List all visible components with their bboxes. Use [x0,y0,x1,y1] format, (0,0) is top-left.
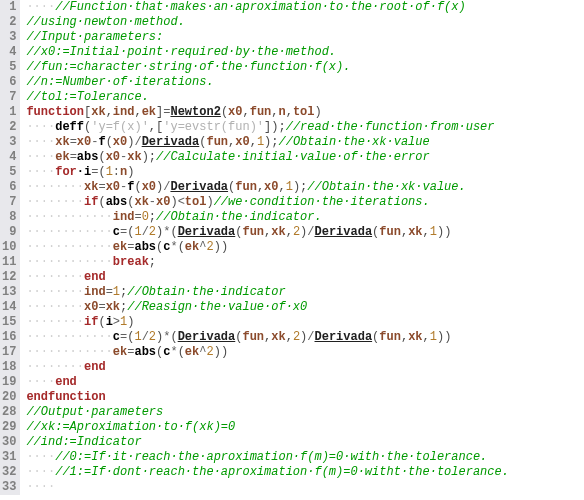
code-line[interactable]: ····ek=abs(x0-xk);//Calculate·initial·va… [26,150,509,165]
whitespace: ············ [26,225,112,239]
token-comment: //Reasign·the·value·of·x0 [127,300,307,314]
token-op: / [142,330,149,344]
token-kw: break [113,255,149,269]
line-number: 28 [2,405,16,420]
token-punct: ( [98,150,105,164]
token-punct: ) [170,195,177,209]
token-num: 2 [149,330,156,344]
line-number: 3 [2,30,16,45]
token-punct: ) [214,240,221,254]
code-line[interactable]: //fun:=character·string·of·the·function·… [26,60,509,75]
token-punct: ( [106,135,113,149]
token-punct: , [423,330,430,344]
token-punct: , [286,225,293,239]
line-number: 13 [2,285,16,300]
token-comment: //Obtain·the·indicator. [156,210,322,224]
token-comment: //Obtain·the·indicator [127,285,285,299]
code-line[interactable]: endfunction [26,390,509,405]
code-line[interactable]: ····//Function·that·makes·an·aproximatio… [26,0,509,15]
token-var: ek [185,240,199,254]
code-line[interactable]: function[xk,ind,ek]=Newton2(x0,fun,n,tol… [26,105,509,120]
code-line[interactable]: //Input·parameters: [26,30,509,45]
token-var: fun [250,105,272,119]
code-line[interactable]: ········ind=1;//Obtain·the·indicator [26,285,509,300]
code-line[interactable]: ············ek=abs(c*(ek^2)) [26,240,509,255]
code-line[interactable]: //tol:=Tolerance. [26,90,509,105]
code-line[interactable]: //x0:=Initial·point·required·by·the·meth… [26,45,509,60]
line-number: 20 [2,390,16,405]
code-line[interactable]: ········end [26,270,509,285]
code-line[interactable]: ············ek=abs(c*(ek^2)) [26,345,509,360]
token-punct: ( [170,330,177,344]
token-var: fun [242,225,264,239]
token-op: * [170,345,177,359]
code-line[interactable]: ············c=(1/2)*(Derivada(fun,xk,2)/… [26,225,509,240]
token-punct: ) [293,180,300,194]
code-line[interactable]: ············ind=0;//Obtain·the·indicator… [26,210,509,225]
line-number: 3 [2,135,16,150]
whitespace: ···· [26,150,55,164]
token-var: x0 [106,150,120,164]
token-var: ek [142,105,156,119]
line-number: 8 [2,210,16,225]
token-fn: Newton2 [170,105,220,119]
token-op: / [142,225,149,239]
token-num: 2 [149,225,156,239]
code-line[interactable]: ····end [26,375,509,390]
token-punct: ; [149,210,156,224]
whitespace: ········ [26,285,84,299]
token-id: abs [106,195,128,209]
code-line[interactable]: ····for·i=(1:n) [26,165,509,180]
code-line[interactable]: ········end [26,360,509,375]
token-comment: //0:=If·it·reach·the·aproximation·f(m)=0… [55,450,487,464]
code-line[interactable]: ········if(abs(xk-x0)<tol)//we·condition… [26,195,509,210]
token-num: 2 [206,345,213,359]
token-var: tol [293,105,315,119]
whitespace: ···· [26,135,55,149]
token-str: 'y=f(x)' [91,120,149,134]
code-line[interactable]: ····//1:=If·dont·reach·the·aproximation·… [26,465,509,480]
token-punct: , [257,180,264,194]
token-var: ind [113,105,135,119]
code-area[interactable]: ····//Function·that·makes·an·aproximatio… [20,0,509,495]
code-line[interactable]: //Output·parameters [26,405,509,420]
token-comment: //we·condition·the·iterations. [214,195,430,209]
token-punct: ) [444,225,451,239]
line-number: 4 [2,150,16,165]
token-num: 1 [257,135,264,149]
token-id: f [98,135,105,149]
token-var: n [279,105,286,119]
code-line[interactable]: ········if(i>1) [26,315,509,330]
token-var: ek [185,345,199,359]
line-number: 31 [2,450,16,465]
code-line[interactable]: ····//0:=If·it·reach·the·aproximation·f(… [26,450,509,465]
whitespace: ········ [26,360,84,374]
token-op: = [98,180,105,194]
code-line[interactable]: ····xk=x0-f(x0)/Derivada(fun,x0,1);//Obt… [26,135,509,150]
code-line[interactable]: ···· [26,480,509,495]
token-var: tol [185,195,207,209]
token-num: 1 [113,285,120,299]
line-number: 32 [2,465,16,480]
code-line[interactable]: //xk:=Aproximation·to·f(xk)=0 [26,420,509,435]
code-line[interactable]: //ind:=Indicator [26,435,509,450]
token-var: ind [84,285,106,299]
token-op: < [178,195,185,209]
code-line[interactable]: ····deff('y=f(x)',['y=evstr(fun)']);//re… [26,120,509,135]
line-number: 16 [2,330,16,345]
token-punct: ) [206,195,213,209]
token-var: xk [271,330,285,344]
code-line[interactable]: ············break; [26,255,509,270]
code-line[interactable]: //using·newton·method. [26,15,509,30]
code-line[interactable]: ············c=(1/2)*(Derivada(fun,xk,2)/… [26,330,509,345]
code-line[interactable]: //n:=Number·of·iterations. [26,75,509,90]
token-comment: //Output·parameters [26,405,163,419]
token-punct: ; [271,135,278,149]
code-line[interactable]: ········x0=xk;//Reasign·the·value·of·x0 [26,300,509,315]
line-number: 6 [2,75,16,90]
code-line[interactable]: ········xk=x0-f(x0)/Derivada(fun,x0,1);/… [26,180,509,195]
token-var: x0 [228,105,242,119]
token-punct: , [134,105,141,119]
whitespace: ···· [26,465,55,479]
token-op: = [70,135,77,149]
